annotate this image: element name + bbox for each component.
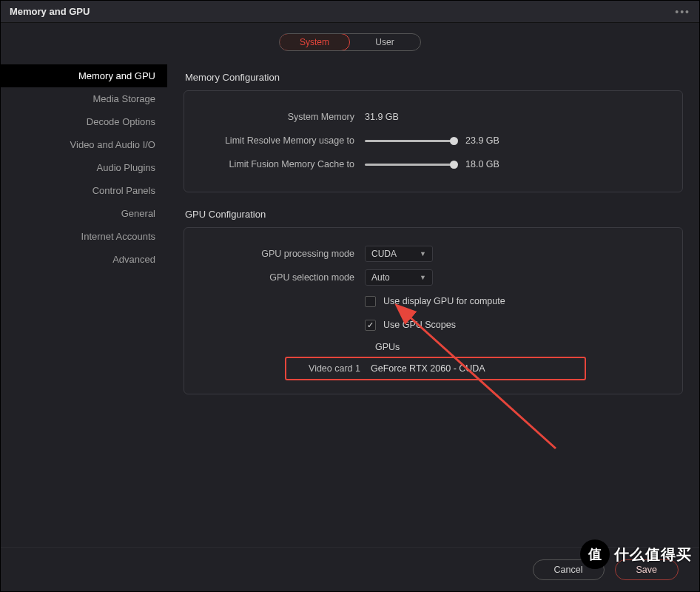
gpu-processing-mode-label: GPU processing mode bbox=[201, 249, 365, 259]
tabbar: System User bbox=[1, 23, 699, 58]
chevron-down-icon: ▼ bbox=[420, 274, 426, 281]
tab-user[interactable]: User bbox=[349, 34, 420, 50]
footer: Cancel Save bbox=[1, 547, 699, 591]
gpu-section-title: GPU Configuration bbox=[185, 209, 683, 220]
gpu-selection-mode-value: Auto bbox=[371, 272, 390, 283]
use-display-gpu-checkbox[interactable] bbox=[365, 296, 376, 307]
fusion-memory-value: 18.0 GB bbox=[465, 159, 499, 169]
gpu-selection-mode-select[interactable]: Auto ▼ bbox=[365, 269, 433, 286]
video-card-label: Video card 1 bbox=[300, 363, 371, 374]
window-menu-dots-icon[interactable]: ••• bbox=[675, 6, 690, 18]
save-button[interactable]: Save bbox=[615, 559, 679, 580]
cancel-button[interactable]: Cancel bbox=[533, 559, 605, 580]
resolve-memory-slider[interactable] bbox=[365, 140, 454, 142]
use-gpu-scopes-checkbox[interactable] bbox=[365, 320, 376, 331]
slider-thumb-icon[interactable] bbox=[450, 161, 458, 169]
sidebar-item-video-and-audio-io[interactable]: Video and Audio I/O bbox=[1, 133, 167, 156]
gpu-card-row-annotated: Video card 1 GeForce RTX 2060 - CUDA bbox=[285, 357, 586, 380]
content: Memory Configuration System Memory 31.9 … bbox=[167, 58, 699, 547]
gpu-selection-mode-label: GPU selection mode bbox=[201, 272, 365, 283]
resolve-memory-value: 23.9 GB bbox=[465, 135, 499, 146]
use-display-gpu-label: Use display GPU for compute bbox=[383, 296, 505, 306]
tab-system[interactable]: System bbox=[279, 33, 350, 51]
fusion-memory-slider[interactable] bbox=[365, 164, 454, 166]
segmented-control: System User bbox=[279, 33, 421, 51]
sidebar: Memory and GPU Media Storage Decode Opti… bbox=[1, 58, 167, 547]
sidebar-item-internet-accounts[interactable]: Internet Accounts bbox=[1, 225, 167, 248]
sidebar-item-memory-and-gpu[interactable]: Memory and GPU bbox=[1, 64, 167, 87]
system-memory-label: System Memory bbox=[201, 112, 365, 122]
sidebar-item-control-panels[interactable]: Control Panels bbox=[1, 179, 167, 202]
memory-panel: System Memory 31.9 GB Limit Resolve Memo… bbox=[184, 90, 683, 192]
gpu-processing-mode-select[interactable]: CUDA ▼ bbox=[365, 246, 433, 262]
slider-thumb-icon[interactable] bbox=[450, 137, 458, 145]
sidebar-item-audio-plugins[interactable]: Audio Plugins bbox=[1, 156, 167, 179]
system-memory-value: 31.9 GB bbox=[365, 112, 399, 122]
memory-section-title: Memory Configuration bbox=[185, 72, 683, 83]
window-title: Memory and GPU bbox=[10, 6, 90, 17]
sidebar-item-decode-options[interactable]: Decode Options bbox=[1, 110, 167, 133]
gpus-heading: GPUs bbox=[375, 342, 666, 352]
sidebar-item-general[interactable]: General bbox=[1, 202, 167, 225]
titlebar: Memory and GPU ••• bbox=[1, 1, 699, 23]
sidebar-item-media-storage[interactable]: Media Storage bbox=[1, 87, 167, 110]
chevron-down-icon: ▼ bbox=[420, 250, 426, 258]
fusion-memory-label: Limit Fusion Memory Cache to bbox=[201, 159, 365, 169]
gpu-processing-mode-value: CUDA bbox=[371, 249, 397, 259]
gpu-panel: GPU processing mode CUDA ▼ GPU selection… bbox=[184, 227, 683, 394]
use-gpu-scopes-label: Use GPU Scopes bbox=[383, 320, 456, 330]
resolve-memory-label: Limit Resolve Memory usage to bbox=[201, 135, 365, 146]
sidebar-item-advanced[interactable]: Advanced bbox=[1, 248, 167, 271]
video-card-value: GeForce RTX 2060 - CUDA bbox=[371, 363, 485, 374]
